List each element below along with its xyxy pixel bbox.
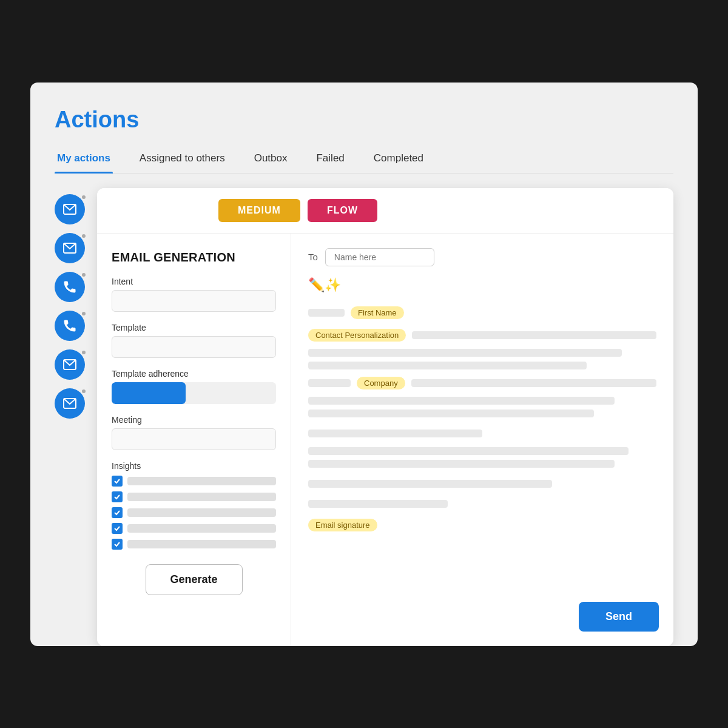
content-line-3 [308,397,615,405]
line-segment [308,309,345,317]
badge-row: MEDIUM FLOW [97,188,673,234]
content-line-5 [308,430,482,437]
template-group: Template [112,323,276,358]
to-label: To [308,252,318,262]
insight-row-2 [112,507,276,518]
tab-outbox[interactable]: Outbox [252,145,290,173]
sidebar [55,188,97,646]
chip-signature: Email signature [308,519,377,531]
insights-list [112,476,276,550]
medium-badge: MEDIUM [218,199,300,222]
insight-bar-1 [127,493,276,501]
sidebar-item-4[interactable] [55,349,85,380]
chip-contact: Contact Personalization [308,329,406,342]
dot-3 [81,311,87,317]
sidebar-item-5[interactable] [55,388,85,419]
insights-label: Insights [112,461,276,471]
line-1: First Name [308,306,656,319]
chip-first-name: First Name [351,306,404,319]
meeting-group: Meeting [112,415,276,450]
insight-check-4[interactable] [112,539,123,550]
adherence-group: Template adherence [112,369,276,404]
page-title: Actions [55,107,673,133]
line-segment [411,379,656,387]
content-line-1 [308,349,622,357]
sidebar-item-3[interactable] [55,311,85,341]
panel-title: EMAIL GENERATION [112,251,276,265]
content-line-7 [308,460,615,468]
intent-group: Intent [112,277,276,312]
insight-bar-2 [127,508,276,517]
tabs-bar: My actions Assigned to others Outbox Fai… [55,145,673,174]
sidebar-item-1[interactable] [55,233,85,263]
email-content-area: First Name Contact Personalization Co [308,304,656,534]
insight-row-3 [112,523,276,534]
adherence-fill [112,382,186,404]
line-segment [308,379,351,387]
page-container: Actions My actions Assigned to others Ou… [30,83,698,646]
meeting-label: Meeting [112,415,276,425]
chip-company: Company [357,377,405,389]
dot-2 [81,272,87,278]
meeting-input[interactable] [112,428,276,450]
insight-row-1 [112,491,276,502]
tab-assigned-to-others[interactable]: Assigned to others [137,145,228,173]
dot-0 [81,194,87,200]
content-line-6 [308,447,629,455]
tab-completed[interactable]: Completed [371,145,426,173]
insight-check-3[interactable] [112,523,123,534]
insight-bar-4 [127,540,276,548]
generate-button[interactable]: Generate [146,564,243,595]
send-button[interactable]: Send [579,602,659,632]
content-line-2 [308,362,587,369]
tab-failed[interactable]: Failed [314,145,346,173]
insight-bar-0 [127,477,276,485]
template-input[interactable] [112,336,276,358]
intent-input[interactable] [112,290,276,312]
insight-check-2[interactable] [112,507,123,518]
sidebar-item-0[interactable] [55,194,85,224]
card-body: EMAIL GENERATION Intent Template Templat… [97,234,673,646]
adherence-bar[interactable] [112,382,276,404]
line-2: Contact Personalization [308,329,656,342]
line-segment [412,331,656,339]
insight-row-0 [112,476,276,487]
main-area: MEDIUM FLOW EMAIL GENERATION Intent Temp… [55,188,673,646]
content-line-4 [308,410,594,417]
content-line-8 [308,480,552,488]
sidebar-item-2[interactable] [55,272,85,302]
dot-5 [81,388,87,394]
template-label: Template [112,323,276,332]
to-row: To [308,248,656,266]
insight-bar-3 [127,524,276,533]
email-generation-card: MEDIUM FLOW EMAIL GENERATION Intent Temp… [97,188,673,646]
adherence-label: Template adherence [112,369,276,379]
signature-row: Email signature [308,519,656,531]
dot-4 [81,349,87,356]
insights-group: Insights [112,461,276,550]
dot-1 [81,233,87,239]
content-line-9 [308,500,448,508]
insight-check-1[interactable] [112,491,123,502]
magic-wand-icon: ✏️✨ [308,277,341,293]
line-company: Company [308,377,656,389]
magic-icon-row: ✏️✨ [308,277,656,293]
to-input[interactable] [325,248,434,266]
left-panel: EMAIL GENERATION Intent Template Templat… [97,234,291,646]
insight-row-4 [112,539,276,550]
right-panel: To ✏️✨ First Name Con [291,234,673,646]
insight-check-0[interactable] [112,476,123,487]
intent-label: Intent [112,277,276,286]
flow-badge: FLOW [308,199,377,222]
tab-my-actions[interactable]: My actions [55,145,113,173]
